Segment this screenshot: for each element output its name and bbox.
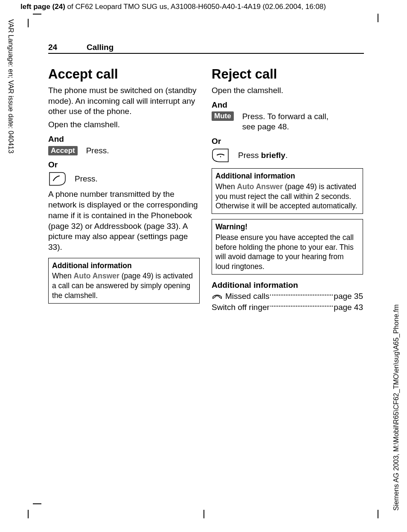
softkey-mute: Mute: [212, 111, 234, 121]
additional-info-head: Additional information: [212, 281, 363, 290]
crop-mark: [28, 19, 29, 27]
warning-box-body: Please ensure you have accepted the call…: [215, 233, 359, 272]
info-box: Additional information When Auto Answer …: [48, 258, 200, 304]
page-content: 24 Calling Accept call The phone must be…: [48, 43, 364, 314]
step-desc: Press.: [75, 174, 98, 184]
crop-mark: [33, 503, 41, 504]
leader-dots: [270, 295, 333, 295]
para: Open the clamshell.: [48, 120, 200, 130]
para: The phone must be switched on (standby m…: [48, 85, 200, 117]
info-box: Additional information When Auto Answer …: [212, 168, 363, 214]
highlight-auto-answer: Auto Answer: [74, 272, 119, 280]
print-header-rest: of CF62 Leopard TMO SUG us, A31008-H6050…: [65, 3, 326, 11]
call-key-icon: [48, 171, 66, 187]
info-box-body: When Auto Answer (page 49) is activated …: [52, 271, 196, 300]
label-or: Or: [212, 137, 363, 146]
softkey-accept: Accept: [48, 146, 78, 155]
xref-page: page 43: [334, 303, 363, 312]
margin-text-right: Siemens AG 2003, M:\Mobil\R65\CF62_TMO\e…: [392, 304, 400, 511]
warning-box-head: Warning!: [215, 222, 359, 232]
step-desc: Press.: [86, 146, 109, 156]
step-row: Mute Press. To forward a call, see page …: [212, 111, 363, 132]
warning-box: Warning! Please ensure you have accepted…: [212, 219, 363, 275]
crop-mark: [378, 510, 378, 518]
section-title: Calling: [87, 43, 113, 52]
column-right: Reject call Open the clamshell. And Mute…: [212, 62, 363, 314]
print-header-bold: left page (24): [20, 3, 65, 11]
running-head: 24 Calling: [48, 43, 364, 54]
margin-text-left: VAR Language: en; VAR issue date: 040413: [7, 19, 15, 153]
info-box-head: Additional information: [52, 261, 196, 271]
step-row: Press briefly.: [212, 148, 363, 163]
leader-dots: [270, 306, 333, 307]
label-and: And: [212, 100, 363, 110]
xref-label: Switch off ringer: [212, 303, 270, 312]
label-and: And: [48, 134, 200, 144]
step-row: Press.: [48, 171, 200, 187]
svg-point-0: [220, 156, 221, 157]
heading-accept-call: Accept call: [48, 67, 200, 82]
info-box-body: When Auto Answer (page 49) is activated …: [215, 182, 359, 211]
step-desc: Press. To forward a call, see page 48.: [242, 111, 340, 132]
info-box-head: Additional information: [215, 171, 359, 181]
end-key-icon: [212, 148, 230, 163]
xref-row: Missed calls page 35: [212, 292, 363, 301]
page-number: 24: [48, 43, 87, 52]
crop-mark: [204, 510, 204, 518]
highlight-auto-answer: Auto Answer: [237, 182, 283, 191]
para: Open the clamshell.: [212, 85, 363, 96]
xref-row: Switch off ringer page 43: [212, 303, 363, 312]
xref-page: page 35: [334, 292, 363, 301]
step-desc: Press briefly.: [238, 150, 288, 161]
phone-icon: [212, 292, 223, 301]
step-row: Accept Press.: [48, 146, 200, 156]
para: A phone number transmitted by the networ…: [48, 189, 200, 252]
label-or: Or: [48, 160, 200, 170]
crop-mark: [28, 510, 29, 518]
column-left: Accept call The phone must be switched o…: [48, 62, 200, 314]
heading-reject-call: Reject call: [212, 67, 363, 82]
crop-mark: [378, 14, 378, 22]
print-header: left page (24) of CF62 Leopard TMO SUG u…: [20, 3, 326, 11]
crop-mark: [33, 14, 41, 15]
xref-label: Missed calls: [225, 292, 269, 301]
